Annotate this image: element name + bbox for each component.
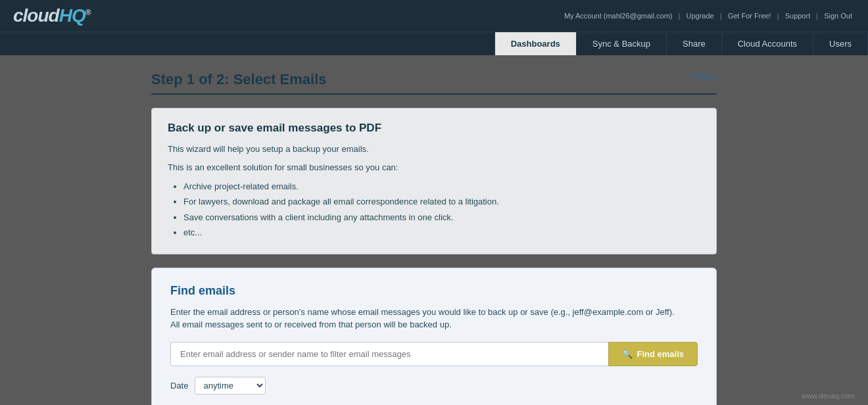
info-box: Back up or save email messages to PDF Th… — [151, 108, 717, 254]
footer-text: www.deuaq.com — [802, 392, 855, 400]
sep4: | — [816, 12, 818, 20]
search-input[interactable] — [170, 342, 608, 366]
tab-dashboards[interactable]: Dashboards — [494, 32, 577, 55]
tab-sync-backup[interactable]: Sync & Backup — [577, 32, 667, 55]
footer: www.deuaq.com — [788, 387, 868, 405]
sep3: | — [777, 12, 779, 20]
bullet-1: Archive project-related emails. — [183, 179, 700, 194]
info-subtitle: This is an excellent solution for small … — [168, 161, 700, 174]
logo: cloudHQ® — [13, 5, 91, 26]
page-title: Step 1 of 2: Select Emails — [151, 71, 327, 88]
sep1: | — [679, 12, 681, 20]
tab-share[interactable]: Share — [667, 32, 722, 55]
info-intro: This wizard will help you setup a backup… — [168, 143, 700, 156]
find-emails-desc: Enter the email address or person's name… — [170, 306, 698, 331]
search-row: 🔍 Find emails — [170, 342, 698, 366]
date-label: Date — [170, 381, 188, 391]
info-box-title: Back up or save email messages to PDF — [168, 122, 700, 135]
nav-bar: Dashboards Sync & Backup Share Cloud Acc… — [0, 32, 868, 55]
back-link[interactable]: « Back — [690, 71, 717, 81]
bullet-2: For lawyers, download and package all em… — [183, 194, 700, 209]
tab-cloud-accounts[interactable]: Cloud Accounts — [722, 32, 813, 55]
divider — [151, 93, 717, 95]
sign-out-link[interactable]: Sign Out — [824, 12, 852, 20]
search-icon: 🔍 — [622, 349, 633, 359]
tab-users[interactable]: Users — [813, 32, 868, 55]
find-emails-button[interactable]: 🔍 Find emails — [608, 342, 698, 366]
page-header: Step 1 of 2: Select Emails « Back — [151, 71, 717, 88]
account-link[interactable]: My Account (mahl26@gmail.com) — [564, 12, 673, 20]
bullet-4: etc... — [183, 225, 700, 240]
top-bar: cloudHQ® My Account (mahl26@gmail.com) |… — [0, 0, 868, 32]
upgrade-link[interactable]: Upgrade — [686, 12, 713, 20]
get-for-free-link[interactable]: Get For Free! — [728, 12, 771, 20]
sep2: | — [720, 12, 722, 20]
info-bullets: Archive project-related emails. For lawy… — [183, 179, 700, 241]
support-link[interactable]: Support — [785, 12, 811, 20]
date-select[interactable]: anytime today last 7 days last 30 days l… — [195, 377, 266, 394]
main-content: Step 1 of 2: Select Emails « Back Back u… — [138, 55, 730, 405]
find-emails-button-label: Find emails — [637, 349, 684, 359]
date-row: Date anytime today last 7 days last 30 d… — [170, 377, 698, 394]
find-emails-box: Find emails Enter the email address or p… — [151, 268, 717, 405]
top-links: My Account (mahl26@gmail.com) | Upgrade … — [562, 12, 855, 20]
bullet-3: Save conversations with a client includi… — [183, 210, 700, 225]
find-emails-title: Find emails — [170, 284, 698, 298]
